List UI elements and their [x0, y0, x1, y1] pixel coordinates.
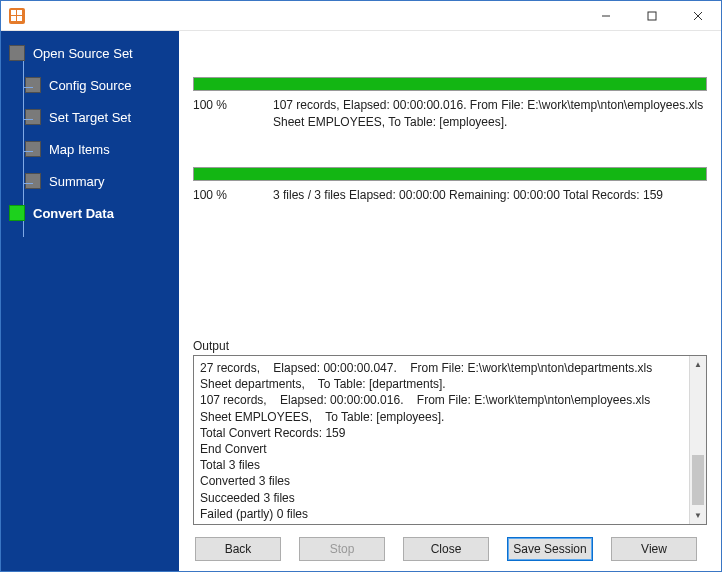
step-marker: [9, 45, 25, 61]
step-label: Summary: [49, 174, 105, 189]
titlebar: [1, 1, 721, 31]
step-marker: [25, 109, 41, 125]
main-panel: 100 % 107 records, Elapsed: 00:00:00.016…: [179, 31, 721, 571]
overall-progress-bar: [193, 167, 707, 181]
step-label: Config Source: [49, 78, 131, 93]
stop-button[interactable]: Stop: [299, 537, 385, 561]
step-set-target-set[interactable]: Set Target Set: [25, 109, 169, 125]
overall-progress-text: 3 files / 3 files Elapsed: 00:00:00 Rema…: [273, 187, 707, 204]
file-progress-text: 107 records, Elapsed: 00:00:00.016. From…: [273, 97, 707, 131]
step-label: Map Items: [49, 142, 110, 157]
step-label: Open Source Set: [33, 46, 133, 61]
step-convert-data[interactable]: Convert Data: [9, 205, 169, 221]
scroll-up-icon[interactable]: ▲: [690, 356, 706, 373]
step-open-source-set[interactable]: Open Source Set: [9, 45, 169, 61]
file-progress-percent: 100 %: [193, 97, 273, 114]
app-icon: [9, 8, 25, 24]
file-progress-bar: [193, 77, 707, 91]
overall-progress-percent: 100 %: [193, 187, 273, 204]
step-marker-active: [9, 205, 25, 221]
output-label: Output: [193, 339, 707, 353]
file-progress-block: 100 % 107 records, Elapsed: 00:00:00.016…: [193, 77, 707, 131]
overall-progress-block: 100 % 3 files / 3 files Elapsed: 00:00:0…: [193, 167, 707, 204]
maximize-button[interactable]: [629, 1, 675, 31]
output-scrollbar[interactable]: ▲ ▼: [689, 356, 706, 524]
step-map-items[interactable]: Map Items: [25, 141, 169, 157]
close-button[interactable]: Close: [403, 537, 489, 561]
scroll-down-icon[interactable]: ▼: [690, 507, 706, 524]
output-text[interactable]: 27 records, Elapsed: 00:00:00.047. From …: [194, 356, 689, 524]
save-session-button[interactable]: Save Session: [507, 537, 593, 561]
back-button[interactable]: Back: [195, 537, 281, 561]
scroll-thumb[interactable]: [692, 455, 704, 505]
step-marker: [25, 173, 41, 189]
minimize-button[interactable]: [583, 1, 629, 31]
step-config-source[interactable]: Config Source: [25, 77, 169, 93]
wizard-sidebar: Open Source Set Config Source Set Target…: [1, 31, 179, 571]
step-label: Set Target Set: [49, 110, 131, 125]
output-box: 27 records, Elapsed: 00:00:00.047. From …: [193, 355, 707, 525]
step-summary[interactable]: Summary: [25, 173, 169, 189]
step-label: Convert Data: [33, 206, 114, 221]
step-marker: [25, 77, 41, 93]
svg-rect-1: [648, 12, 656, 20]
step-marker: [25, 141, 41, 157]
scroll-track[interactable]: [690, 373, 706, 507]
view-button[interactable]: View: [611, 537, 697, 561]
button-row: Back Stop Close Save Session View: [193, 525, 707, 561]
close-window-button[interactable]: [675, 1, 721, 31]
